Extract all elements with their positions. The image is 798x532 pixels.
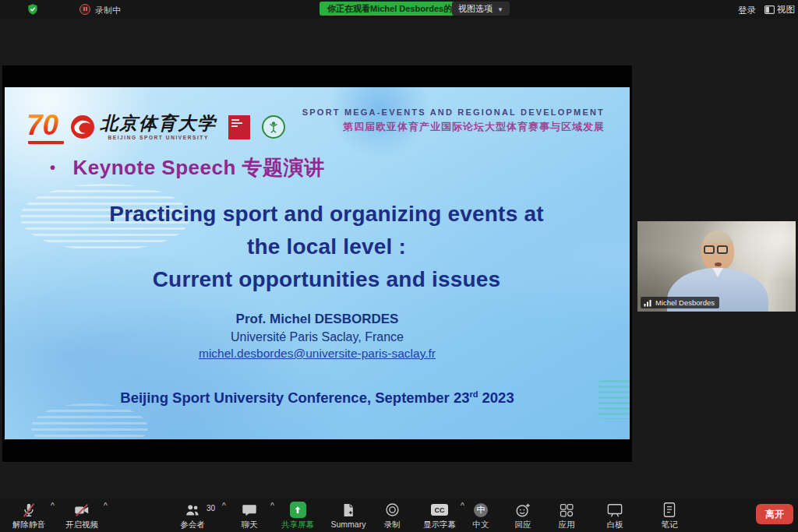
bsu-swirl-icon <box>70 115 95 139</box>
leave-meeting-button[interactable]: 离开 <box>756 504 793 524</box>
audio-signal-icon <box>644 298 652 307</box>
view-layout-button[interactable]: 视图 <box>764 4 795 16</box>
reactions-icon <box>514 501 531 519</box>
business-school-logo <box>228 115 250 139</box>
bsu-name-english: BEIJING SPORT UNIVERSITY <box>108 135 208 140</box>
anniversary-70-logo: 70 <box>26 111 58 144</box>
slide-top-banner: SPORT MEGA-EVENTS AND REGIONAL DEVELOPME… <box>302 107 605 134</box>
summary-icon <box>341 501 356 519</box>
banner-english: SPORT MEGA-EVENTS AND REGIONAL DEVELOPME… <box>302 107 605 117</box>
green-association-logo <box>262 115 285 139</box>
apps-button[interactable]: 应用 <box>550 501 583 530</box>
chevron-up-icon[interactable]: ^ <box>51 501 55 509</box>
banner-chinese: 第四届欧亚体育产业国际论坛大型体育赛事与区域发展 <box>302 120 605 134</box>
record-icon <box>384 501 401 519</box>
reactions-button[interactable]: 回应 <box>507 501 539 530</box>
recording-status-label: 录制中 <box>95 5 121 16</box>
decor-stripes <box>31 403 148 439</box>
title-line-3: Current opportunities and issues <box>51 263 602 296</box>
whiteboard-icon <box>606 501 623 519</box>
slide-logo-row: 70 北京体育大学 BEIJING SPORT UNIVERSITY <box>26 104 285 150</box>
share-screen-icon <box>290 502 306 518</box>
notes-button[interactable]: 笔记 <box>653 501 686 530</box>
chevron-up-icon[interactable]: ^ <box>222 501 226 509</box>
participant-mouth <box>715 262 722 266</box>
speaker-affiliation: Université Paris Saclay, France <box>5 330 630 344</box>
participant-video-thumbnail[interactable]: Michel Desbordes <box>637 221 796 312</box>
speaker-email: michel.desbordes@universite-paris-saclay… <box>5 347 630 361</box>
chat-button[interactable]: ^ 聊天 <box>231 501 268 530</box>
notes-icon <box>662 501 676 519</box>
presentation-slide: 70 北京体育大学 BEIJING SPORT UNIVERSITY <box>5 87 630 439</box>
bullet-point: • <box>50 159 56 176</box>
meeting-topbar: 录制中 你正在观看Michel Desbordes的屏幕 视图选项▼ 登录 视图 <box>0 0 798 19</box>
view-options-dropdown[interactable]: 视图选项▼ <box>452 2 510 16</box>
video-off-icon <box>72 501 91 519</box>
ordinal-superscript: rd <box>470 389 478 399</box>
mic-muted-icon <box>20 501 37 519</box>
view-layout-icon <box>764 5 775 14</box>
speaker-name: Prof. Michel DESBORDES <box>5 312 630 327</box>
conference-footer: Beijing Sport University Conference, Sep… <box>5 389 630 407</box>
beijing-sport-university-logo: 北京体育大学 BEIJING SPORT UNIVERSITY <box>70 115 217 140</box>
shared-screen-area: 70 北京体育大学 BEIJING SPORT UNIVERSITY <box>2 65 632 462</box>
captions-button[interactable]: CC ^ 显示字幕 <box>418 501 461 530</box>
share-screen-button[interactable]: 共享屏幕 <box>276 501 320 530</box>
chat-icon <box>241 501 258 519</box>
apps-icon <box>559 501 574 519</box>
chevron-up-icon[interactable]: ^ <box>461 501 464 509</box>
whiteboard-button[interactable]: 白板 <box>598 501 631 530</box>
summary-button[interactable]: Summary <box>326 501 371 530</box>
zoom-meeting-window: 录制中 你正在观看Michel Desbordes的屏幕 视图选项▼ 登录 视图… <box>0 0 798 532</box>
title-line-2: the local level : <box>51 231 602 263</box>
participants-button[interactable]: 30 ^ 参会者 <box>168 501 217 530</box>
participant-count: 30 <box>207 504 215 513</box>
language-icon: 中 <box>474 503 488 517</box>
recording-indicator-icon[interactable] <box>79 4 90 15</box>
cc-icon: CC <box>431 504 448 516</box>
start-video-button[interactable]: ^ 开启视频 <box>58 501 106 530</box>
language-interpretation-button[interactable]: 中 中文 <box>466 501 496 530</box>
bsu-name-chinese: 北京体育大学 <box>100 115 217 132</box>
keynote-heading: •Keynote Speech 专题演讲 <box>50 154 325 181</box>
participant-name-tag: Michel Desbordes <box>641 297 719 308</box>
title-line-1: Practicing sport and organizing events a… <box>51 198 602 231</box>
login-button[interactable]: 登录 <box>738 5 756 16</box>
chevron-up-icon[interactable]: ^ <box>270 501 274 509</box>
chevron-down-icon: ▼ <box>497 6 503 13</box>
chevron-up-icon[interactable]: ^ <box>104 501 108 509</box>
participants-icon <box>183 501 202 519</box>
encryption-shield-icon <box>26 3 39 16</box>
speaker-block: Prof. Michel DESBORDES Université Paris … <box>5 312 630 361</box>
unmute-button[interactable]: ^ 解除静音 <box>5 501 53 530</box>
participant-glasses <box>704 245 728 254</box>
record-button[interactable]: 录制 <box>376 501 408 530</box>
meeting-toolbar: ^ 解除静音 ^ 开启视频 <box>0 499 798 532</box>
slide-title: Practicing sport and organizing events a… <box>51 198 602 296</box>
